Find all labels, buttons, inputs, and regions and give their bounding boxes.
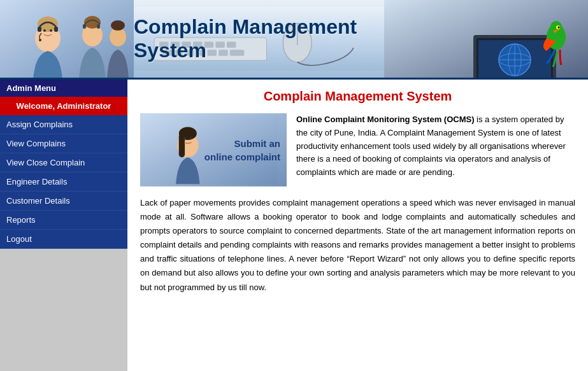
content-description: Online Complaint Monitoring System (OCMS… <box>296 113 575 186</box>
svg-point-56 <box>190 137 192 139</box>
svg-rect-13 <box>97 24 100 29</box>
ocms-title: Online Complaint Monitoring System (OCMS… <box>296 115 475 124</box>
content-body-text: Lack of paper movements provides complai… <box>140 196 575 295</box>
svg-point-49 <box>558 27 560 29</box>
submit-complaint-image: Submit an online complaint <box>140 113 287 186</box>
svg-rect-54 <box>179 134 185 157</box>
header-right-image <box>384 0 588 80</box>
header-left-image <box>0 0 134 80</box>
svg-point-16 <box>111 20 125 31</box>
submit-text-overlay: Submit an online complaint <box>204 137 280 164</box>
svg-rect-4 <box>38 27 41 32</box>
svg-point-46 <box>550 21 563 36</box>
main-layout: Admin Menu Welcome, Administrator Assign… <box>0 80 588 371</box>
header-center: Complain Management System <box>134 0 384 78</box>
header: Complain Management System <box>0 0 588 80</box>
admin-menu-header: Admin Menu <box>0 80 127 97</box>
sidebar-item-engineer-details[interactable]: Engineer Details <box>0 172 127 192</box>
sidebar: Admin Menu Welcome, Administrator Assign… <box>0 80 127 371</box>
content-title: Complain Management System <box>140 89 575 104</box>
content-top-section: Submit an online complaint Online Compla… <box>140 113 575 186</box>
svg-rect-5 <box>54 27 58 32</box>
svg-point-6 <box>39 39 41 41</box>
welcome-bar: Welcome, Administrator <box>0 97 127 115</box>
sidebar-item-view-close-complain[interactable]: View Close Complain <box>0 153 127 172</box>
header-title: Complain Management System <box>134 15 384 62</box>
header-people-image <box>0 0 134 80</box>
content-area: Complain Management System <box>127 80 588 371</box>
sidebar-item-logout[interactable]: Logout <box>0 230 127 249</box>
sidebar-item-assign-complains[interactable]: Assign Complains <box>0 115 127 134</box>
svg-point-55 <box>183 137 186 139</box>
sidebar-item-customer-details[interactable]: Customer Details <box>0 192 127 211</box>
svg-rect-12 <box>83 24 86 29</box>
sidebar-item-reports[interactable]: Reports <box>0 211 127 230</box>
svg-point-8 <box>50 29 52 32</box>
svg-point-7 <box>43 29 46 32</box>
sidebar-item-view-complains[interactable]: View Complains <box>0 134 127 153</box>
